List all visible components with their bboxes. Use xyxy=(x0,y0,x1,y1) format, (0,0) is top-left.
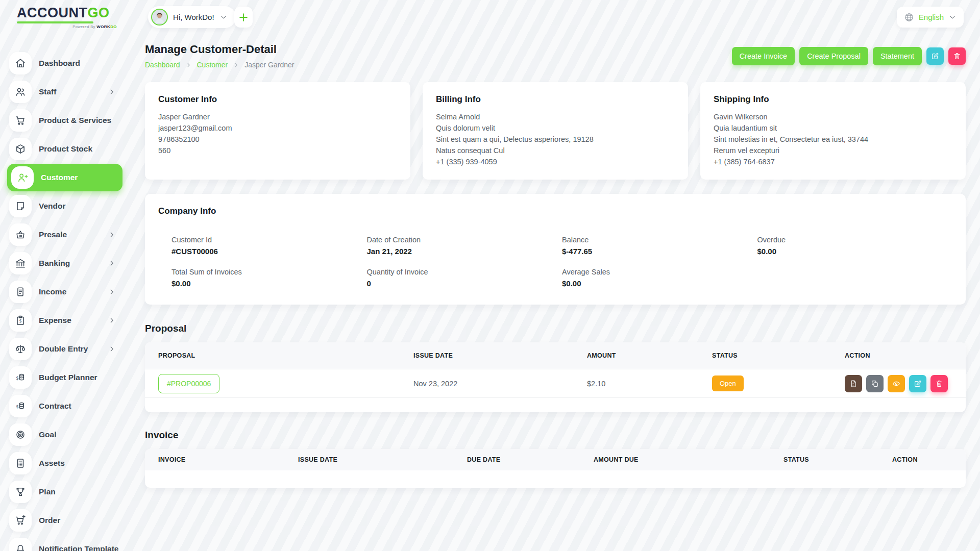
user-menu[interactable]: Hi, WorkDo! xyxy=(148,6,236,28)
sidebar-item-expense[interactable]: Expense xyxy=(0,306,131,335)
field-overdue: Overdue $0.00 xyxy=(757,236,953,256)
sidebar: Dashboard Staff Product & Services Produ… xyxy=(0,49,131,551)
sidebar-item-label: Dashboard xyxy=(39,59,80,68)
billing-address-2: Sint est quam a qui, Delectus asperiores… xyxy=(436,134,675,145)
invoice-table: INVOICE ISSUE DATE DUE DATE AMOUNT DUE S… xyxy=(145,449,966,488)
add-button[interactable] xyxy=(234,7,253,28)
create-invoice-button[interactable]: Create Invoice xyxy=(732,47,795,65)
language-selector[interactable]: English xyxy=(897,7,964,28)
sidebar-item-order[interactable]: Order xyxy=(0,506,131,535)
proposal-id-link[interactable]: #PROP00006 xyxy=(158,374,219,393)
sidebar-item-label: Notification Template xyxy=(39,544,118,551)
sidebar-item-label: Vendor xyxy=(39,202,66,211)
proposal-view-button[interactable] xyxy=(888,375,905,392)
proposal-section-title: Proposal xyxy=(145,323,966,334)
sidebar-item-label: Banking xyxy=(39,259,70,268)
chevron-right-icon xyxy=(108,288,116,296)
sidebar-item-label: Income xyxy=(39,287,66,296)
statement-button[interactable]: Statement xyxy=(873,47,922,65)
avatar xyxy=(151,9,168,26)
topbar: ACCOUNTGO Powered By WORKDO Hi, WorkDo! … xyxy=(0,0,980,36)
sidebar-item-plan[interactable]: Plan xyxy=(0,478,131,506)
sidebar-item-goal[interactable]: Goal xyxy=(0,420,131,449)
card-title: Shipping Info xyxy=(714,94,952,105)
sidebar-item-label: Staff xyxy=(39,87,56,96)
breadcrumb-current: Jasper Gardner xyxy=(244,61,294,69)
edit-customer-button[interactable] xyxy=(926,47,944,65)
create-proposal-button[interactable]: Create Proposal xyxy=(799,47,868,65)
proposal-delete-button[interactable] xyxy=(930,375,948,392)
cube-icon xyxy=(9,138,32,160)
chevron-right-icon xyxy=(108,316,116,324)
calculator-icon xyxy=(9,452,32,474)
sidebar-item-product-services[interactable]: Product & Services xyxy=(0,106,131,135)
edit-icon xyxy=(931,52,939,60)
proposal-pdf-button[interactable] xyxy=(845,375,862,392)
column-header: PROPOSAL xyxy=(158,352,413,359)
file-icon xyxy=(849,380,857,388)
copy-icon xyxy=(871,380,879,388)
field-average-sales: Average Sales $0.00 xyxy=(562,268,757,288)
page-head-left: Manage Customer-Detail Dashboard Custome… xyxy=(145,43,294,69)
trophy-icon xyxy=(9,481,32,503)
sidebar-item-label: Assets xyxy=(39,459,65,468)
card-title: Customer Info xyxy=(158,94,397,105)
sidebar-item-dashboard[interactable]: Dashboard xyxy=(0,49,131,78)
sidebar-item-presale[interactable]: Presale xyxy=(0,220,131,249)
sidebar-item-label: Order xyxy=(39,516,60,525)
proposal-duplicate-button[interactable] xyxy=(866,375,884,392)
note-icon xyxy=(9,195,32,217)
breadcrumb-dashboard[interactable]: Dashboard xyxy=(145,61,180,69)
column-header: AMOUNT DUE xyxy=(594,456,783,463)
coins-icon xyxy=(9,395,32,417)
row-actions xyxy=(845,375,952,392)
field-customer-id: Customer Id #CUST00006 xyxy=(172,236,367,256)
card-title: Billing Info xyxy=(436,94,675,105)
sidebar-item-income[interactable]: Income xyxy=(0,278,131,306)
sidebar-item-product-stock[interactable]: Product Stock xyxy=(0,135,131,163)
sidebar-item-banking[interactable]: Banking xyxy=(0,249,131,278)
sidebar-item-double-entry[interactable]: Double Entry xyxy=(0,335,131,363)
sidebar-item-contract[interactable]: Contract xyxy=(0,392,131,420)
sidebar-item-customer[interactable]: Customer xyxy=(0,163,131,192)
sidebar-item-label: Budget Planner xyxy=(39,373,97,382)
document-icon xyxy=(9,281,32,303)
bell-icon xyxy=(9,538,32,551)
user-plus-icon xyxy=(11,166,34,189)
column-header: ISSUE DATE xyxy=(298,456,467,463)
sidebar-item-label: Contract xyxy=(39,402,71,411)
accountgo-logo[interactable]: ACCOUNTGO Powered By WORKDO xyxy=(17,5,119,29)
breadcrumb-customer[interactable]: Customer xyxy=(197,61,228,69)
sidebar-item-label: Product & Services xyxy=(39,116,111,125)
clipboard-dollar-icon xyxy=(9,309,32,332)
chevron-right-icon xyxy=(185,62,192,68)
sidebar-item-staff[interactable]: Staff xyxy=(0,78,131,106)
plus-icon xyxy=(238,12,249,23)
invoice-table-header: INVOICE ISSUE DATE DUE DATE AMOUNT DUE S… xyxy=(145,449,966,470)
sidebar-item-label: Plan xyxy=(39,487,56,496)
sidebar-item-label: Product Stock xyxy=(39,144,92,154)
breadcrumb: Dashboard Customer Jasper Gardner xyxy=(145,61,294,69)
column-header: AMOUNT xyxy=(587,352,712,359)
customer-code: 560 xyxy=(158,145,397,156)
customer-name: Jasper Gardner xyxy=(158,111,397,122)
column-header: ACTION xyxy=(892,456,952,463)
proposal-edit-button[interactable] xyxy=(909,375,926,392)
trash-icon xyxy=(935,380,943,388)
sidebar-item-notification-template[interactable]: Notification Template xyxy=(0,535,131,551)
billing-name: Selma Arnold xyxy=(436,111,675,122)
cart-plus-icon xyxy=(9,509,32,532)
sidebar-item-assets[interactable]: Assets xyxy=(0,449,131,478)
delete-customer-button[interactable] xyxy=(948,47,966,65)
invoice-empty-row xyxy=(145,470,966,488)
home-icon xyxy=(9,52,32,74)
billing-info-card: Billing Info Selma Arnold Quis dolorum v… xyxy=(423,82,688,180)
proposal-table: PROPOSAL ISSUE DATE AMOUNT STATUS ACTION… xyxy=(145,342,966,412)
shipping-name: Gavin Wilkerson xyxy=(714,111,952,122)
basket-icon xyxy=(9,223,32,246)
sidebar-item-vendor[interactable]: Vendor xyxy=(0,192,131,220)
page-title: Manage Customer-Detail xyxy=(145,43,294,56)
field-balance: Balance $-477.65 xyxy=(562,236,757,256)
column-header: ISSUE DATE xyxy=(413,352,587,359)
sidebar-item-budget-planner[interactable]: Budget Planner xyxy=(0,363,131,392)
